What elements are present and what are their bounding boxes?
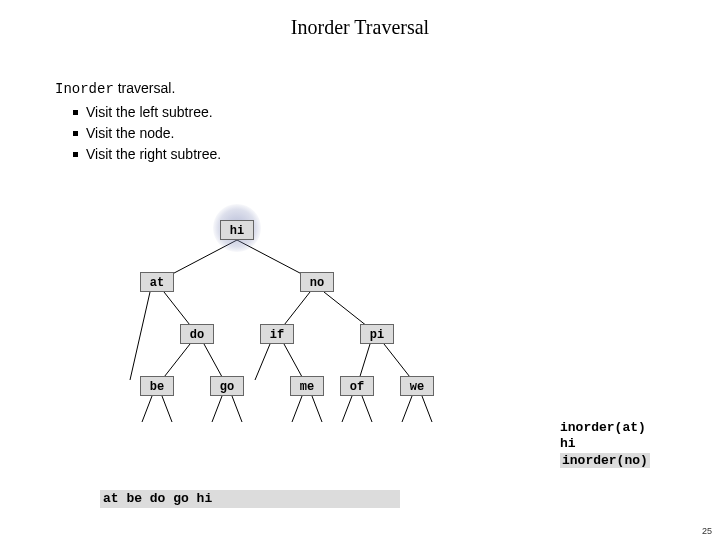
svg-line-20 <box>402 396 412 422</box>
bullet-text: Visit the left subtree. <box>86 102 213 123</box>
calltrace-highlight: inorder(no) <box>560 453 650 468</box>
svg-line-16 <box>292 396 302 422</box>
tree-node-we: we <box>400 376 434 396</box>
tree-node-pi: pi <box>360 324 394 344</box>
content-block: Inorder traversal. Visit the left subtre… <box>55 78 221 165</box>
bullet-item: Visit the left subtree. <box>73 102 221 123</box>
slide-title: Inorder Traversal <box>0 0 720 39</box>
svg-line-15 <box>232 396 242 422</box>
tree-diagram: hi at no do if pi be go me of we <box>100 210 520 470</box>
svg-line-14 <box>212 396 222 422</box>
calltrace-line: hi <box>560 436 650 452</box>
page-number: 25 <box>702 526 712 536</box>
tree-node-at: at <box>140 272 174 292</box>
svg-line-18 <box>342 396 352 422</box>
heading-rest: traversal. <box>114 80 175 96</box>
svg-line-8 <box>255 344 270 380</box>
calltrace-line: inorder(at) <box>560 420 650 436</box>
svg-line-13 <box>162 396 172 422</box>
tree-node-me: me <box>290 376 324 396</box>
bullet-text: Visit the right subtree. <box>86 144 221 165</box>
tree-node-go: go <box>210 376 244 396</box>
svg-line-2 <box>130 292 150 380</box>
bullet-list: Visit the left subtree. Visit the node. … <box>73 102 221 165</box>
tree-node-be: be <box>140 376 174 396</box>
heading-line: Inorder traversal. <box>55 78 221 100</box>
bullet-icon <box>73 152 78 157</box>
tree-node-no: no <box>300 272 334 292</box>
svg-line-19 <box>362 396 372 422</box>
tree-node-of: of <box>340 376 374 396</box>
bullet-icon <box>73 131 78 136</box>
tree-node-do: do <box>180 324 214 344</box>
calltrace-line-current: inorder(no) <box>560 453 650 469</box>
bullet-item: Visit the right subtree. <box>73 144 221 165</box>
tree-node-hi: hi <box>220 220 254 240</box>
call-trace: inorder(at) hi inorder(no) <box>560 420 650 469</box>
bullet-text: Visit the node. <box>86 123 174 144</box>
bullet-icon <box>73 110 78 115</box>
bullet-item: Visit the node. <box>73 123 221 144</box>
output-sequence: at be do go hi <box>103 490 212 508</box>
tree-edges <box>100 210 520 470</box>
svg-line-21 <box>422 396 432 422</box>
heading-mono: Inorder <box>55 81 114 97</box>
tree-node-if: if <box>260 324 294 344</box>
svg-line-12 <box>142 396 152 422</box>
svg-line-17 <box>312 396 322 422</box>
